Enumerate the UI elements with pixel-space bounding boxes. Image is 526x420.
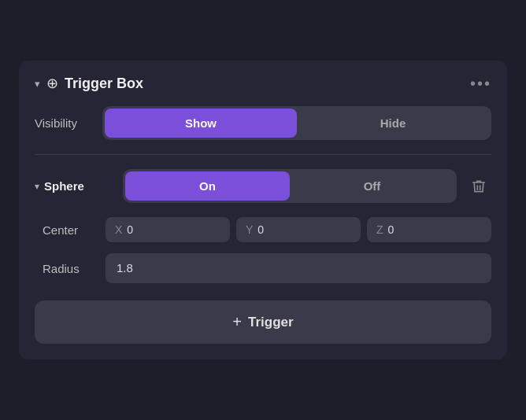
radius-label: Radius bbox=[43, 262, 98, 275]
center-row: Center X Y Z bbox=[35, 217, 491, 242]
center-label: Center bbox=[43, 223, 98, 237]
trigger-box-panel: ▾ ⊕ Trigger Box ••• Visibility Show Hide… bbox=[19, 61, 507, 359]
more-options-icon[interactable]: ••• bbox=[470, 76, 491, 91]
add-trigger-label: Trigger bbox=[248, 315, 294, 330]
divider bbox=[35, 154, 491, 155]
sphere-on-button[interactable]: On bbox=[125, 171, 290, 201]
radius-input[interactable] bbox=[117, 261, 480, 274]
z-input[interactable] bbox=[388, 223, 412, 236]
trash-icon bbox=[471, 179, 487, 194]
trigger-box-icon: ⊕ bbox=[46, 75, 58, 92]
sphere-chevron-icon[interactable]: ▾ bbox=[35, 181, 39, 192]
sphere-toggle-group: On Off bbox=[123, 169, 457, 203]
x-label: X bbox=[115, 223, 122, 236]
y-label: Y bbox=[246, 223, 253, 236]
x-coord-wrap: X bbox=[106, 217, 230, 242]
panel-header: ▾ ⊕ Trigger Box ••• bbox=[35, 75, 491, 92]
radius-row: Radius bbox=[35, 253, 491, 283]
sphere-label: Sphere bbox=[44, 179, 84, 193]
collapse-chevron-icon[interactable]: ▾ bbox=[35, 78, 40, 90]
z-label: Z bbox=[376, 223, 383, 236]
panel-title: Trigger Box bbox=[65, 76, 143, 92]
add-trigger-button[interactable]: + Trigger bbox=[35, 300, 491, 344]
coord-group: X Y Z bbox=[106, 217, 491, 242]
sphere-row: ▾ Sphere On Off bbox=[35, 169, 491, 203]
sphere-label-group: ▾ Sphere bbox=[35, 179, 113, 193]
plus-icon: + bbox=[232, 313, 242, 331]
hide-button[interactable]: Hide bbox=[297, 109, 489, 138]
radius-input-wrap bbox=[106, 253, 491, 283]
y-input[interactable] bbox=[257, 223, 281, 236]
delete-sphere-button[interactable] bbox=[466, 175, 491, 197]
y-coord-wrap: Y bbox=[236, 217, 361, 242]
x-input[interactable] bbox=[127, 223, 150, 236]
sphere-off-button[interactable]: Off bbox=[290, 171, 454, 201]
visibility-label: Visibility bbox=[35, 116, 90, 130]
z-coord-wrap: Z bbox=[367, 217, 491, 242]
show-button[interactable]: Show bbox=[105, 109, 297, 138]
visibility-toggle-group: Show Hide bbox=[102, 106, 491, 140]
panel-header-left: ▾ ⊕ Trigger Box bbox=[35, 75, 143, 92]
visibility-row: Visibility Show Hide bbox=[35, 106, 491, 140]
